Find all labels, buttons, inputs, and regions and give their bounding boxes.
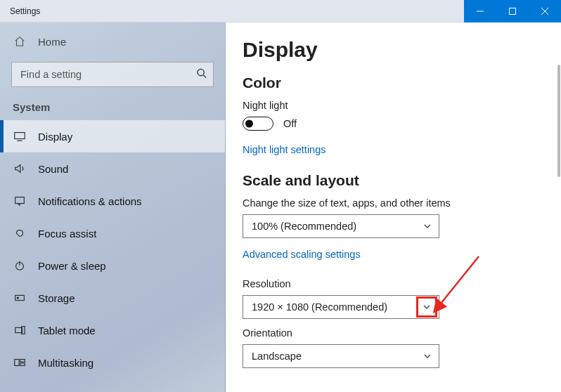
sidebar-item-label: Display — [38, 131, 72, 143]
window-titlebar: Settings — [0, 0, 561, 22]
sidebar: Home System Display Sound Notifications … — [0, 22, 226, 392]
svg-rect-15 — [15, 360, 19, 366]
window-caption-buttons — [464, 0, 561, 22]
night-light-state: Off — [283, 118, 297, 129]
maximize-button[interactable] — [496, 0, 529, 22]
svg-rect-8 — [15, 197, 25, 204]
sidebar-item-label: Multitasking — [38, 357, 94, 369]
sidebar-item-power-sleep[interactable]: Power & sleep — [0, 249, 225, 282]
night-light-settings-link[interactable]: Night light settings — [243, 144, 325, 155]
orientation-dropdown[interactable]: Landscape — [243, 344, 439, 368]
svg-point-12 — [17, 297, 18, 299]
display-icon — [13, 130, 27, 143]
section-scale-heading: Scale and layout — [243, 172, 561, 189]
svg-rect-16 — [20, 360, 25, 362]
tablet-icon — [13, 324, 27, 337]
sidebar-item-multitasking[interactable]: Multitasking — [0, 346, 225, 379]
sidebar-item-tablet-mode[interactable]: Tablet mode — [0, 314, 225, 346]
page-title: Display — [243, 38, 561, 62]
advanced-scaling-link[interactable]: Advanced scaling settings — [243, 249, 361, 260]
maximize-icon — [509, 8, 516, 15]
orientation-label: Orientation — [243, 327, 561, 339]
window-title: Settings — [0, 6, 464, 16]
resolution-dropdown-callout — [416, 296, 437, 318]
search-icon — [196, 68, 207, 81]
sidebar-home-label: Home — [38, 36, 66, 48]
sidebar-item-storage[interactable]: Storage — [0, 282, 225, 314]
focus-assist-icon — [13, 227, 27, 240]
sidebar-section-heading: System — [0, 93, 225, 120]
power-icon — [13, 259, 27, 272]
chevron-down-icon — [423, 222, 432, 230]
notifications-icon — [13, 195, 27, 207]
resolution-label: Resolution — [243, 278, 561, 289]
night-light-toggle[interactable] — [243, 117, 273, 131]
resolution-dropdown[interactable]: 1920 × 1080 (Recommended) — [243, 295, 439, 319]
svg-rect-6 — [15, 133, 25, 139]
sidebar-item-label: Focus assist — [38, 228, 96, 240]
sidebar-item-focus-assist[interactable]: Focus assist — [0, 217, 225, 249]
sound-icon — [13, 162, 27, 175]
sidebar-item-sound[interactable]: Sound — [0, 152, 225, 185]
svg-rect-13 — [15, 327, 22, 332]
section-color-heading: Color — [243, 74, 561, 91]
chevron-down-icon — [423, 352, 432, 360]
text-size-value: 100% (Recommended) — [252, 221, 356, 232]
sidebar-search — [11, 62, 214, 87]
resolution-value: 1920 × 1080 (Recommended) — [252, 301, 387, 313]
minimize-icon — [477, 8, 484, 15]
sidebar-item-label: Sound — [38, 163, 68, 175]
sidebar-home[interactable]: Home — [0, 28, 225, 55]
scrollbar-thumb[interactable] — [557, 65, 560, 177]
sidebar-item-notifications[interactable]: Notifications & actions — [0, 185, 225, 217]
close-icon — [541, 8, 548, 15]
sidebar-item-display[interactable]: Display — [0, 120, 225, 152]
svg-rect-11 — [15, 295, 25, 300]
storage-icon — [13, 292, 27, 304]
minimize-button[interactable] — [464, 0, 496, 22]
sidebar-item-label: Tablet mode — [38, 325, 96, 337]
svg-rect-1 — [510, 8, 516, 14]
svg-point-4 — [198, 69, 204, 75]
sidebar-item-label: Power & sleep — [38, 260, 106, 272]
svg-rect-17 — [20, 363, 25, 366]
svg-line-5 — [203, 75, 206, 78]
sidebar-item-label: Notifications & actions — [38, 195, 142, 207]
home-icon — [13, 35, 27, 48]
night-light-label: Night light — [243, 100, 561, 111]
sidebar-item-label: Storage — [38, 292, 75, 304]
text-size-label: Change the size of text, apps, and other… — [243, 197, 561, 209]
multitasking-icon — [13, 356, 27, 369]
text-size-dropdown[interactable]: 100% (Recommended) — [243, 214, 439, 238]
close-button[interactable] — [529, 0, 561, 22]
orientation-value: Landscape — [252, 351, 302, 362]
chevron-down-icon — [423, 303, 431, 311]
main-content: Display Color Night light Off Night ligh… — [226, 22, 561, 392]
search-input[interactable] — [11, 62, 214, 87]
